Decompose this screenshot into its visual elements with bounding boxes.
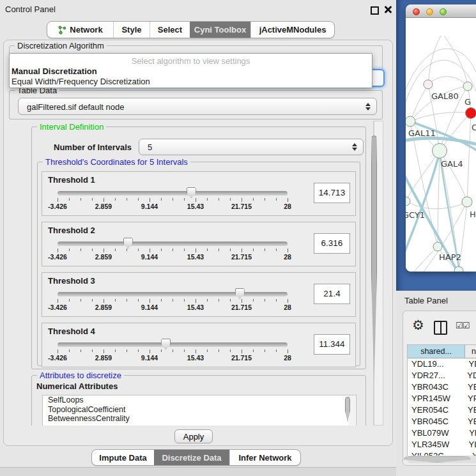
cell-shared-name[interactable]: YIL052C <box>408 450 468 456</box>
cell-name[interactable]: YBR0 <box>464 416 476 427</box>
network-canvas[interactable]: GAL80GCGAL11GAL4GCY1HHAP2 <box>406 18 476 272</box>
cell-name[interactable]: YER0 <box>464 404 476 416</box>
tab-jactivemnodules[interactable]: jActiveMNodules <box>250 22 334 38</box>
close-icon[interactable] <box>384 6 392 13</box>
table-data-combobox[interactable]: galFiltered.sif default node <box>18 98 377 115</box>
dropdown-option-equal-width[interactable]: Equal Width/Frequency Discretization <box>12 77 150 86</box>
slider-track[interactable] <box>58 292 288 296</box>
network-node[interactable] <box>463 82 472 91</box>
table-row[interactable]: YBR043CYBR0 <box>408 381 476 393</box>
table-toolbar: ⚙ ☑☑ <box>403 311 476 344</box>
tab-cyni-toolbox[interactable]: Cyni Toolbox <box>190 22 250 38</box>
threshold-value-input[interactable]: 11.344 <box>314 334 350 355</box>
table-row[interactable]: YIL052CYIL0 <box>408 450 476 456</box>
mac-titlebar[interactable] <box>406 4 476 18</box>
slider-track[interactable] <box>58 342 288 347</box>
table-row[interactable]: YPR145WYPR1 <box>408 393 476 404</box>
gear-icon[interactable]: ⚙ <box>412 318 424 333</box>
tab-label: jActiveMNodules <box>259 25 326 35</box>
cell-name[interactable]: YBR0 <box>464 381 476 393</box>
num-intervals-combobox[interactable]: 5 <box>139 139 364 155</box>
cell-shared-name[interactable]: YDR27... <box>408 370 463 381</box>
network-node[interactable] <box>433 242 442 251</box>
cell-shared-name[interactable]: YBR043C <box>408 381 464 393</box>
attribute-item[interactable]: TopologicalCoefficient <box>43 405 356 415</box>
cyni-toolbox-content: Discretization Algorithm Select algorith… <box>3 40 393 446</box>
cell-name[interactable]: YDL1 <box>464 358 476 370</box>
threshold-value-input[interactable]: 14.713 <box>314 183 350 203</box>
zoom-traffic-light-icon[interactable] <box>440 8 447 15</box>
slider-track[interactable] <box>58 191 288 196</box>
cell-name[interactable]: YIL0 <box>468 450 476 456</box>
table-row[interactable]: YDL19...YDL1 <box>408 358 476 370</box>
minimize-traffic-light-icon[interactable] <box>426 8 433 15</box>
attribute-item[interactable]: BetweennessCentrality <box>43 414 356 424</box>
slider-thumb[interactable] <box>187 187 196 198</box>
network-node[interactable] <box>433 144 447 158</box>
apply-button[interactable]: Apply <box>174 429 213 443</box>
close-traffic-light-icon[interactable] <box>413 8 420 15</box>
threshold-value-input[interactable]: 6.316 <box>314 233 350 254</box>
group-title: Attributes to discretize <box>37 371 124 380</box>
slider[interactable]: -3.4262.8599.14415.4321.71528 <box>58 222 288 266</box>
cell-shared-name[interactable]: YDL19... <box>408 358 464 370</box>
table-horizontal-scrollbar[interactable] <box>407 456 476 463</box>
cell-name[interactable]: YPR1 <box>464 393 476 404</box>
table-row[interactable]: YDR27...YDR2 <box>408 370 476 381</box>
scrollbar-thumb[interactable] <box>404 456 470 463</box>
tab-infer-network[interactable]: Infer Network <box>229 450 300 465</box>
threshold-panel: Threshold 4-3.4262.8599.14415.4321.71528… <box>42 323 356 367</box>
cell-shared-name[interactable]: YER054C <box>408 404 464 416</box>
slider-thumb[interactable] <box>123 238 133 249</box>
network-node[interactable] <box>462 197 472 207</box>
tab-discretize-data[interactable]: Discretize Data <box>154 450 229 465</box>
tick-label: 15.43 <box>187 354 204 362</box>
table-row[interactable]: YLR345WYLR3 <box>408 439 476 450</box>
cell-shared-name[interactable]: YLR345W <box>408 439 464 450</box>
cell-name[interactable]: YBL0 <box>465 427 476 439</box>
tick-label: 21.715 <box>231 203 252 210</box>
tab-network[interactable]: Network <box>47 22 113 38</box>
network-node[interactable] <box>406 197 410 206</box>
network-node[interactable] <box>424 80 433 89</box>
settings-scrollbar[interactable] <box>374 121 383 426</box>
tab-style[interactable]: Style <box>113 22 150 38</box>
slider-track[interactable] <box>58 242 288 246</box>
tab-impute-data[interactable]: Impute Data <box>92 450 154 465</box>
network-node[interactable] <box>406 116 415 127</box>
slider[interactable]: -3.4262.8599.14415.4321.71528 <box>58 172 288 215</box>
table-panel: Table Panel ⚙ ☑☑ shared... na YDL19...YD… <box>396 291 476 476</box>
table-row[interactable]: YBR045CYBR0 <box>408 416 476 427</box>
column-header-name[interactable]: na <box>465 345 476 358</box>
select-columns-icons[interactable]: ☑☑ <box>456 321 469 330</box>
cell-shared-name[interactable]: YBL079W <box>408 427 465 439</box>
node-label: GAL4 <box>441 159 463 169</box>
spinner-arrows-icon <box>352 143 357 151</box>
dropdown-prompt: Select algorithm to view settings <box>10 56 372 66</box>
slider-thumb[interactable] <box>161 339 171 349</box>
node-label: GAL11 <box>408 128 436 138</box>
slider-thumb[interactable] <box>235 288 245 299</box>
cell-name[interactable]: YDR2 <box>463 370 476 381</box>
network-view-window: GAL80GCGAL11GAL4GCY1HHAP2 <box>406 4 476 272</box>
columns-icon[interactable] <box>434 321 447 335</box>
cell-shared-name[interactable]: YPR145W <box>408 393 464 404</box>
threshold-panel: Threshold 2-3.4262.8599.14415.4321.71528… <box>42 222 356 266</box>
tick-label: -3.426 <box>48 354 67 362</box>
float-window-icon[interactable] <box>371 6 379 15</box>
table-row[interactable]: YER054CYER0 <box>408 404 476 416</box>
column-header-shared-name[interactable]: shared... <box>408 345 465 358</box>
table-row[interactable]: YBL079WYBL0 <box>408 427 476 439</box>
cell-shared-name[interactable]: YBR045C <box>408 416 464 427</box>
dropdown-option-manual[interactable]: Manual Discretization <box>12 66 97 76</box>
cell-name[interactable]: YLR3 <box>464 439 476 450</box>
tab-select[interactable]: Select <box>150 22 190 38</box>
network-node[interactable] <box>466 108 476 119</box>
slider[interactable]: -3.4262.8599.14415.4321.71528 <box>58 273 288 316</box>
tick-label: 28 <box>284 354 291 362</box>
network-icon <box>58 26 66 35</box>
slider[interactable]: -3.4262.8599.14415.4321.71528 <box>58 323 288 367</box>
list-scrollbar[interactable] <box>349 396 355 426</box>
threshold-value-input[interactable]: 21.4 <box>314 284 350 304</box>
attribute-item[interactable]: SelfLoops <box>43 395 356 405</box>
